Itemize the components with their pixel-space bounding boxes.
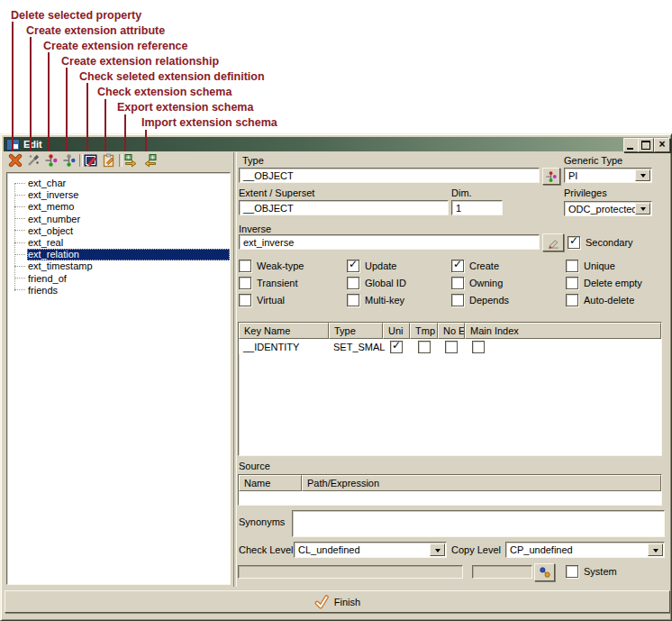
- close-button[interactable]: ×: [654, 138, 670, 152]
- create-extension-relationship-button[interactable]: [62, 153, 77, 168]
- screenshot-root: Delete selected property Create extensio…: [0, 0, 672, 621]
- tree-connector: [14, 289, 25, 291]
- unique-checkbox[interactable]: Unique: [566, 260, 615, 271]
- system-checkbox[interactable]: System: [566, 565, 617, 577]
- multi-key-checkbox[interactable]: Multi-key: [347, 294, 404, 306]
- secondary-checkbox-label: Secondary: [586, 237, 633, 248]
- annotation-leader-line: [145, 130, 147, 151]
- path-expression-header[interactable]: Path/Expression: [302, 475, 661, 491]
- delete-icon: [8, 153, 23, 168]
- tree-item-ext-timestamp[interactable]: ext_timestamp: [7, 260, 230, 272]
- tree-item-ext-memo[interactable]: ext_memo: [7, 201, 230, 213]
- synonyms-input[interactable]: [292, 510, 665, 537]
- bottom-browse-button[interactable]: [534, 563, 555, 581]
- create-checkbox[interactable]: Create: [451, 260, 499, 271]
- tree-connector: [14, 183, 25, 185]
- transient-checkbox[interactable]: Transient: [239, 277, 297, 288]
- source-table[interactable]: Name Path/Expression: [238, 474, 662, 506]
- tree-item-ext-number[interactable]: ext_number: [7, 214, 230, 225]
- inverse-input[interactable]: ext_inverse: [239, 234, 540, 250]
- dropdown-arrow-button[interactable]: [635, 169, 650, 181]
- uni-checkbox[interactable]: [390, 341, 403, 353]
- key-table[interactable]: Key Name Type Uni Tmp No E Main Index __…: [238, 322, 662, 456]
- tree-connector: [14, 230, 25, 232]
- annotation-leader-line: [86, 83, 88, 151]
- source-table-empty-row[interactable]: [239, 491, 661, 505]
- copy-level-dropdown[interactable]: CP_undefined: [505, 542, 665, 558]
- name-header[interactable]: Name: [239, 475, 302, 491]
- no-e-header[interactable]: No E: [438, 323, 465, 339]
- title-bar[interactable]: Edit: [4, 137, 668, 151]
- tree-connector: [14, 195, 25, 196]
- import-extension-schema-button[interactable]: [143, 153, 158, 168]
- tmp-header[interactable]: Tmp: [410, 323, 438, 339]
- annotation-create-extension-reference: Create extension reference: [43, 40, 188, 52]
- privileges-dropdown[interactable]: ODC_protected: [564, 201, 652, 216]
- inverse-label: Inverse: [239, 224, 271, 234]
- maximize-button[interactable]: [638, 138, 654, 152]
- tree-item-ext-object[interactable]: ext_object: [7, 225, 230, 237]
- create-extension-attribute-button[interactable]: [26, 153, 41, 168]
- synonyms-label: Synonyms: [239, 516, 285, 527]
- edit-window: Edit ×: [0, 133, 672, 621]
- no-e-checkbox[interactable]: [445, 341, 458, 353]
- tree-connector: [14, 206, 25, 208]
- weak-type-checkbox[interactable]: Weak-type: [239, 260, 304, 271]
- key-name-header[interactable]: Key Name: [239, 323, 329, 339]
- chevron-down-icon: [640, 174, 646, 180]
- type-header[interactable]: Type: [329, 323, 383, 339]
- tree-item-ext-inverse[interactable]: ext_inverse: [7, 189, 230, 201]
- type-label: Type: [242, 155, 264, 166]
- finish-button[interactable]: Finish: [5, 590, 670, 613]
- uni-header[interactable]: Uni: [383, 323, 410, 339]
- key-table-row[interactable]: __IDENTITY SET_SMAL: [239, 339, 661, 354]
- delete-empty-checkbox[interactable]: Delete empty: [566, 277, 642, 288]
- type-browse-button[interactable]: [542, 168, 560, 185]
- privileges-label: Privileges: [564, 187, 607, 198]
- check-extension-schema-button[interactable]: [102, 153, 116, 168]
- bottom-readonly-field-1: [238, 565, 463, 579]
- dropdown-arrow-button[interactable]: [635, 203, 650, 215]
- extent-superset-input[interactable]: __OBJECT: [239, 200, 449, 215]
- checkbox-box[interactable]: [568, 236, 580, 249]
- main-index-checkbox[interactable]: [472, 341, 485, 353]
- secondary-checkbox[interactable]: Secondary: [568, 236, 633, 248]
- finish-check-icon: [314, 595, 329, 609]
- spheres-icon: [539, 566, 551, 579]
- tree-item-friend-of[interactable]: friend_of: [7, 273, 230, 285]
- check-level-dropdown[interactable]: CL_undefined: [294, 542, 447, 558]
- export-extension-schema-button[interactable]: [123, 153, 138, 168]
- inverse-edit-button[interactable]: [542, 233, 564, 251]
- delete-property-button[interactable]: [8, 153, 23, 168]
- chevron-down-icon: [653, 549, 658, 555]
- dropdown-arrow-button[interactable]: [648, 543, 663, 556]
- tmp-checkbox[interactable]: [418, 341, 431, 353]
- annotation-import-extension-schema: Import extension schema: [141, 116, 277, 129]
- tree-item-friends[interactable]: friends: [7, 285, 230, 297]
- export-schema-icon: [123, 153, 138, 168]
- tree-connector: [14, 218, 25, 220]
- virtual-checkbox[interactable]: Virtual: [239, 294, 285, 306]
- type-input[interactable]: __OBJECT: [239, 168, 540, 183]
- create-attribute-icon: [26, 153, 41, 168]
- create-extension-reference-button[interactable]: [44, 153, 59, 168]
- import-schema-icon: [143, 153, 158, 168]
- tree-item-ext-char[interactable]: ext_char: [7, 178, 230, 189]
- tree-item-ext-real[interactable]: ext_real: [7, 237, 230, 249]
- check-extension-definition-button[interactable]: [84, 153, 98, 168]
- toolbar-separator: [119, 154, 123, 167]
- global-id-checkbox[interactable]: Global ID: [347, 277, 406, 288]
- close-icon: ×: [655, 138, 669, 151]
- chevron-down-icon: [640, 207, 646, 214]
- annotation-leader-line: [30, 37, 32, 151]
- auto-delete-checkbox[interactable]: Auto-delete: [566, 294, 634, 306]
- main-index-header[interactable]: Main Index: [465, 323, 661, 339]
- owning-checkbox[interactable]: Owning: [451, 277, 503, 288]
- extent-superset-label: Extent / Superset: [239, 187, 314, 198]
- update-checkbox[interactable]: Update: [347, 260, 396, 271]
- dim-input[interactable]: 1: [451, 200, 503, 215]
- depends-checkbox[interactable]: Depends: [451, 294, 509, 306]
- tree-item-ext-relation-selected[interactable]: ext_relation: [7, 249, 230, 260]
- dropdown-arrow-button[interactable]: [430, 543, 445, 556]
- generic-type-dropdown[interactable]: PI: [564, 168, 652, 183]
